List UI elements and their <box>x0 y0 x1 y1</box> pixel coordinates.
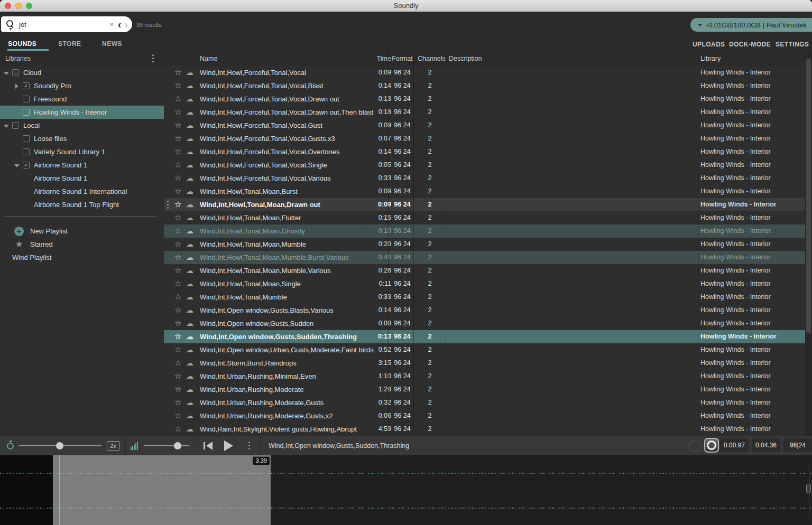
cloud-icon[interactable]: ☁ <box>186 132 196 145</box>
cloud-icon[interactable]: ☁ <box>186 423 196 436</box>
sidebar-library-item[interactable]: Soundly Pro <box>0 79 164 92</box>
table-row[interactable]: ☆ ☁ Wind,Int,Open window,Urban,Gusts,Mod… <box>164 343 812 357</box>
play-button[interactable] <box>224 440 233 451</box>
star-icon[interactable]: ☆ <box>174 79 183 92</box>
speed-range-button[interactable]: 2x <box>107 441 119 451</box>
search-back-icon[interactable]: ‹ <box>116 17 123 31</box>
search-options-caret-icon[interactable] <box>9 28 12 30</box>
cloud-icon[interactable]: ☁ <box>186 370 196 383</box>
star-icon[interactable]: ☆ <box>174 185 183 198</box>
cloud-icon[interactable]: ☁ <box>186 409 196 423</box>
waveform-panel[interactable]: 3.39 <box>0 455 812 525</box>
library-checkbox[interactable] <box>23 162 30 168</box>
sidebar-playlist-item[interactable]: Wind Playlist <box>0 251 164 264</box>
table-row[interactable]: ☆ ☁ Wind,Int,Howl,Forceful,Tonal,Vocal,S… <box>164 158 812 172</box>
star-icon[interactable]: ☆ <box>174 198 183 211</box>
table-row[interactable]: ☆ ☁ Wind,Int,Howl,Tonal,Moan,Mumble,Vari… <box>164 264 812 277</box>
sidebar-library-item[interactable]: Freesound <box>0 92 164 106</box>
sidebar-library-item[interactable]: Cloud <box>0 66 164 79</box>
uploads-link[interactable]: UPLOADS <box>693 41 725 48</box>
table-row[interactable]: ☆ ☁ Wind,Int,Howl,Tonal,Mumble 0:33 96 2… <box>164 290 812 304</box>
sidebar-library-item[interactable]: Airborne Sound 1 <box>0 172 164 185</box>
account-storage-button[interactable]: -0.01GB/100.0GB | Paul Virostek <box>690 18 812 32</box>
star-icon[interactable]: ☆ <box>174 290 183 304</box>
cloud-icon[interactable]: ☁ <box>186 317 196 330</box>
sidebar-library-item[interactable]: Howling Winds - Interior <box>0 106 164 119</box>
waveform-zoom-handle[interactable] <box>806 484 811 493</box>
table-row[interactable]: ☆ ☁ Wind,Int,Howl,Tonal,Moan,Mumble 0:20… <box>164 238 812 251</box>
table-row[interactable]: ☆ ☁ Wind,Int,Open window,Gusts,Sudden,Th… <box>164 330 812 343</box>
star-icon[interactable]: ☆ <box>174 330 183 343</box>
star-icon[interactable]: ☆ <box>174 106 183 119</box>
table-row[interactable]: ☆ ☁ Wind,Int,Howl,Forceful,Tonal,Vocal,V… <box>164 172 812 185</box>
tree-expander-icon[interactable] <box>14 83 20 89</box>
table-row[interactable]: ☆ ☁ Wind,Rain,Int,Skylight,Violent gusts… <box>164 423 812 436</box>
column-header-library[interactable]: Library <box>700 51 721 64</box>
star-icon[interactable]: ☆ <box>174 409 183 423</box>
waveform-selection[interactable] <box>53 455 271 525</box>
star-icon[interactable]: ☆ <box>174 343 183 357</box>
spot-to-daw-button[interactable] <box>704 438 719 453</box>
cloud-icon[interactable]: ☁ <box>186 198 196 211</box>
sidebar-library-item[interactable]: Airborne Sound 1 International <box>0 185 164 198</box>
table-row[interactable]: ☆ ☁ Wind,Int,Howl,Forceful,Tonal,Vocal,G… <box>164 132 812 145</box>
sidebar-library-item[interactable]: Local <box>0 119 164 132</box>
star-icon[interactable]: ☆ <box>174 370 183 383</box>
cloud-icon[interactable]: ☁ <box>186 277 196 290</box>
cloud-icon[interactable]: ☁ <box>186 92 196 106</box>
search-bar[interactable]: jet × ‹ › <box>1 16 132 32</box>
star-icon[interactable]: ☆ <box>174 172 183 185</box>
search-forward-icon[interactable]: › <box>123 17 132 31</box>
settings-link[interactable]: SETTINGS <box>776 41 809 48</box>
table-row[interactable]: ☆ ☁ Wind,Int,Open window,Gusts,Sudden 0:… <box>164 317 812 330</box>
table-row[interactable]: ☆ ☁ Wind,Int,Urban,Rushing,Moderate 1:28… <box>164 383 812 396</box>
star-icon[interactable]: ☆ <box>174 92 183 106</box>
star-icon[interactable]: ☆ <box>174 158 183 172</box>
cloud-icon[interactable]: ☁ <box>186 66 196 79</box>
library-checkbox[interactable] <box>23 96 30 102</box>
cloud-icon[interactable]: ☁ <box>186 304 196 317</box>
table-row[interactable]: ☆ ☁ Wind,Int,Open window,Gusts,Blasts,Va… <box>164 304 812 317</box>
table-row[interactable]: ☆ ☁ Wind,Int,Urban,Rushing,Minimal,Even … <box>164 370 812 383</box>
library-checkbox[interactable] <box>23 82 30 89</box>
tab-sounds[interactable]: SOUNDS <box>8 40 36 48</box>
table-scrollbar-track[interactable] <box>805 51 812 436</box>
cloud-icon[interactable]: ☁ <box>186 185 196 198</box>
cloud-icon[interactable]: ☁ <box>186 343 196 357</box>
cloud-icon[interactable]: ☁ <box>186 264 196 277</box>
libraries-menu-icon[interactable] <box>152 54 154 62</box>
cloud-icon[interactable]: ☁ <box>186 330 196 343</box>
sidebar-playlist-item[interactable]: + New Playlist <box>0 224 164 238</box>
sidebar-library-item[interactable]: Loose files <box>0 132 164 145</box>
sidebar-playlist-item[interactable]: ★ Starred <box>0 238 164 251</box>
star-icon[interactable]: ☆ <box>174 423 183 436</box>
star-icon[interactable]: ☆ <box>174 383 183 396</box>
cloud-icon[interactable]: ☁ <box>186 106 196 119</box>
search-input[interactable]: jet <box>19 21 107 29</box>
tab-news[interactable]: NEWS <box>102 40 122 48</box>
library-checkbox[interactable] <box>12 122 19 129</box>
row-menu-icon[interactable] <box>167 201 169 209</box>
dock-mode-link[interactable]: DOCK-MODE <box>729 41 771 48</box>
library-checkbox[interactable] <box>23 109 30 116</box>
cloud-icon[interactable]: ☁ <box>186 119 196 132</box>
sidebar-library-item[interactable]: Variety Sound Library 1 <box>0 145 164 158</box>
column-header-time[interactable]: Time <box>359 51 391 64</box>
tree-expander-icon[interactable] <box>14 163 20 168</box>
cloud-icon[interactable]: ☁ <box>186 172 196 185</box>
cloud-icon[interactable]: ☁ <box>186 79 196 92</box>
volume-slider[interactable] <box>144 445 189 446</box>
library-checkbox[interactable] <box>23 135 30 142</box>
star-icon[interactable]: ☆ <box>174 145 183 158</box>
skip-to-start-button[interactable] <box>204 442 214 450</box>
table-row[interactable]: ☆ ☁ Wind,Int,Howl,Forceful,Tonal,Vocal,D… <box>164 92 812 106</box>
sidebar-library-item[interactable]: Airborne Sound 1 <box>0 158 164 172</box>
cloud-icon[interactable]: ☁ <box>186 224 196 238</box>
table-row[interactable]: ☆ ☁ Wind,Int,Howl,Forceful,Tonal,Vocal,G… <box>164 119 812 132</box>
star-icon[interactable]: ☆ <box>174 396 183 409</box>
cloud-icon[interactable]: ☁ <box>186 396 196 409</box>
cloud-icon[interactable]: ☁ <box>186 357 196 370</box>
table-row[interactable]: ☆ ☁ Wind,Int,Howl,Forceful,Tonal,Vocal,O… <box>164 145 812 158</box>
cloud-icon[interactable]: ☁ <box>186 290 196 304</box>
column-header-format[interactable]: Format <box>390 51 414 64</box>
